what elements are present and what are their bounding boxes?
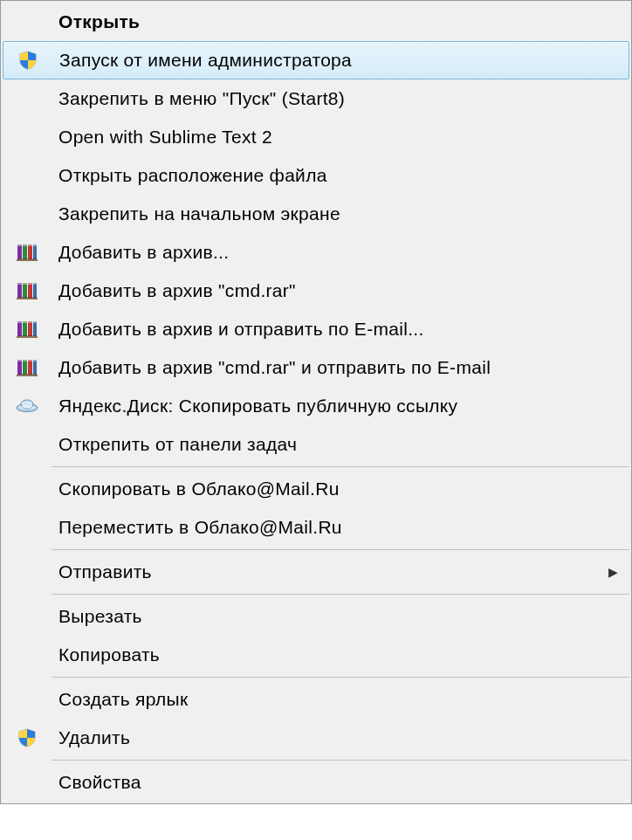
- menu-item-icon-slot: [3, 357, 52, 378]
- svg-rect-24: [33, 360, 37, 375]
- menu-item[interactable]: Добавить в архив "cmd.rar" и отправить п…: [3, 348, 629, 387]
- svg-rect-3: [33, 244, 37, 260]
- menu-item-label: Создать ярлык: [52, 689, 629, 710]
- svg-rect-9: [28, 283, 32, 299]
- menu-item-icon-slot: [3, 397, 52, 415]
- menu-item-label: Удалить: [52, 727, 629, 748]
- menu-item-label: Открыть: [52, 11, 629, 32]
- svg-rect-27: [17, 375, 38, 376]
- menu-item[interactable]: Отправить▶: [3, 553, 629, 591]
- menu-item[interactable]: Открыть: [3, 3, 629, 41]
- svg-rect-10: [33, 283, 37, 299]
- svg-rect-16: [28, 321, 32, 337]
- shield-uac-icon: [17, 50, 38, 71]
- menu-item[interactable]: Добавить в архив и отправить по E-mail..…: [3, 310, 629, 348]
- svg-rect-4: [17, 244, 37, 246]
- svg-rect-14: [17, 321, 22, 337]
- menu-item[interactable]: Добавить в архив "cmd.rar": [3, 272, 629, 310]
- context-menu: ОткрытьЗапуск от имени администратораЗак…: [0, 0, 632, 804]
- menu-item[interactable]: Вырезать: [3, 597, 629, 636]
- menu-item-icon-slot: [3, 319, 52, 340]
- menu-item-label: Копировать: [52, 644, 629, 665]
- menu-item[interactable]: Закрепить на начальном экране: [3, 195, 629, 233]
- menu-item-label: Переместить в Облако@Mail.Ru: [52, 517, 629, 538]
- svg-rect-0: [17, 244, 22, 260]
- menu-separator: [52, 594, 629, 595]
- menu-item-icon-slot: [3, 50, 52, 71]
- menu-separator: [52, 760, 629, 761]
- svg-rect-8: [23, 283, 27, 299]
- menu-item-label: Открыть расположение файла: [52, 165, 629, 186]
- svg-rect-6: [17, 259, 38, 261]
- menu-item[interactable]: Свойства: [3, 763, 629, 802]
- menu-item[interactable]: Создать ярлык: [3, 680, 629, 719]
- menu-item-label: Запуск от имени администратора: [52, 50, 629, 71]
- menu-item-icon-slot: [3, 242, 52, 263]
- menu-item[interactable]: Закрепить в меню "Пуск" (Start8): [3, 79, 629, 118]
- menu-separator: [52, 677, 629, 678]
- winrar-icon: [16, 280, 38, 301]
- svg-rect-20: [17, 336, 38, 338]
- menu-item-icon-slot: [3, 727, 52, 748]
- svg-rect-25: [17, 360, 37, 361]
- menu-item[interactable]: Яндекс.Диск: Скопировать публичную ссылк…: [3, 387, 629, 425]
- menu-item-label: Open with Sublime Text 2: [52, 127, 629, 148]
- submenu-arrow-icon: ▶: [608, 565, 629, 579]
- menu-item-label: Закрепить на начальном экране: [52, 203, 629, 224]
- svg-rect-11: [17, 283, 37, 285]
- menu-item[interactable]: Запуск от имени администратора: [3, 41, 629, 79]
- menu-item[interactable]: Копировать: [3, 636, 629, 674]
- menu-item-label: Свойства: [52, 772, 629, 793]
- svg-rect-13: [17, 298, 38, 300]
- menu-item-label: Закрепить в меню "Пуск" (Start8): [52, 88, 629, 109]
- menu-item[interactable]: Скопировать в Облако@Mail.Ru: [3, 470, 629, 508]
- menu-item[interactable]: Открыть расположение файла: [3, 156, 629, 195]
- menu-item-icon-slot: [3, 280, 52, 301]
- svg-rect-18: [17, 321, 37, 323]
- menu-item-label: Яндекс.Диск: Скопировать публичную ссылк…: [52, 396, 629, 417]
- menu-item-label: Вырезать: [52, 606, 629, 627]
- menu-separator: [52, 549, 629, 550]
- menu-item[interactable]: Удалить: [3, 719, 629, 757]
- svg-rect-23: [28, 360, 32, 375]
- svg-rect-21: [17, 360, 22, 375]
- menu-item[interactable]: Добавить в архив...: [3, 233, 629, 272]
- menu-item-label: Добавить в архив...: [52, 242, 629, 263]
- svg-rect-15: [23, 321, 27, 337]
- yadisk-icon: [15, 397, 39, 415]
- menu-item-label: Отправить: [52, 561, 608, 582]
- shield-uac-icon: [17, 727, 38, 748]
- svg-rect-7: [17, 283, 22, 299]
- svg-rect-22: [23, 360, 27, 375]
- svg-rect-2: [28, 244, 32, 260]
- svg-point-30: [18, 406, 36, 410]
- menu-item-label: Добавить в архив и отправить по E-mail..…: [52, 319, 629, 340]
- menu-item-label: Скопировать в Облако@Mail.Ru: [52, 479, 629, 499]
- winrar-icon: [16, 319, 38, 340]
- svg-rect-1: [23, 244, 27, 260]
- menu-item-label: Добавить в архив "cmd.rar": [52, 280, 629, 301]
- menu-item-label: Добавить в архив "cmd.rar" и отправить п…: [52, 357, 629, 378]
- menu-item[interactable]: Переместить в Облако@Mail.Ru: [3, 508, 629, 547]
- menu-item[interactable]: Открепить от панели задач: [3, 425, 629, 464]
- menu-separator: [52, 466, 629, 467]
- winrar-icon: [16, 242, 38, 263]
- svg-rect-17: [33, 321, 37, 337]
- winrar-icon: [16, 357, 38, 378]
- menu-item[interactable]: Open with Sublime Text 2: [3, 118, 629, 156]
- menu-item-label: Открепить от панели задач: [52, 434, 629, 455]
